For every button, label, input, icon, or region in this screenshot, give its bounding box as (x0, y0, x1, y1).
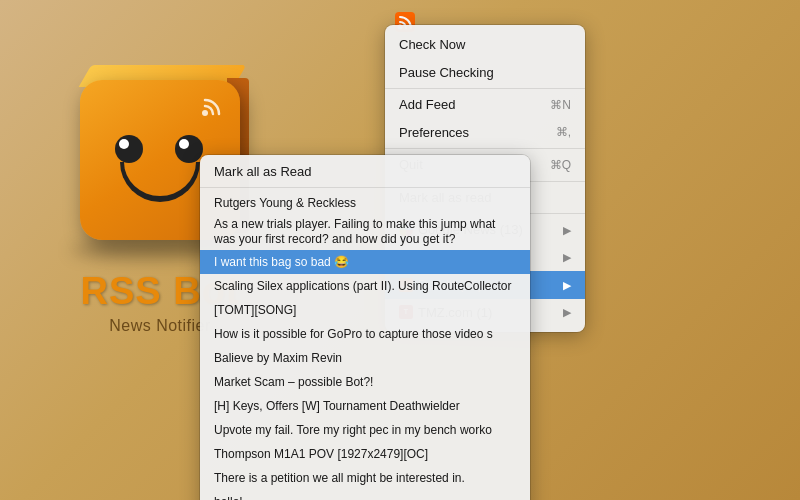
submenu-item-7[interactable]: Market Scam – possible Bot?! (200, 370, 530, 394)
menu-shortcut-quit: ⌘Q (550, 156, 571, 174)
submenu-mark-all[interactable]: Mark all as Read (200, 159, 530, 188)
cube-eye-right (175, 135, 203, 163)
menu-item-preferences[interactable]: Preferences ⌘, (385, 119, 585, 147)
menu-section-2: Add Feed ⌘N Preferences ⌘, (385, 89, 585, 149)
tmz-arrow: ▶ (563, 304, 571, 321)
cube-rss-signal (198, 92, 226, 124)
menu-item-add-feed[interactable]: Add Feed ⌘N (385, 91, 585, 119)
yahoo-sports-arrow: ▶ (563, 249, 571, 266)
submenu-item-6[interactable]: Balieve by Maxim Revin (200, 346, 530, 370)
menu-label-preferences: Preferences (399, 123, 469, 143)
submenu-item-0[interactable]: Rutgers Young & Reckless (200, 191, 530, 215)
svg-point-0 (202, 110, 208, 116)
cube-eye-left (115, 135, 143, 163)
menu-label-check-now: Check Now (399, 35, 465, 55)
submenu-item-1[interactable]: As a new trials player. Failing to make … (200, 215, 530, 250)
menu-shortcut-add-feed: ⌘N (550, 96, 571, 114)
cube-smile (120, 162, 200, 202)
menu-item-check-now[interactable]: Check Now (385, 31, 585, 59)
submenu-item-2[interactable]: I want this bag so bad 😂 (200, 250, 530, 274)
submenu-item-8[interactable]: [H] Keys, Offers [W] Tournament Deathwie… (200, 394, 530, 418)
menu-section-1: Check Now Pause Checking (385, 29, 585, 89)
submenu-item-9[interactable]: Upvote my fail. Tore my right pec in my … (200, 418, 530, 442)
menu-shortcut-preferences: ⌘, (556, 123, 571, 141)
menu-label-add-feed: Add Feed (399, 95, 455, 115)
submenu-item-5[interactable]: How is it possible for GoPro to capture … (200, 322, 530, 346)
submenu-item-3[interactable]: Scaling Silex applications (part II). Us… (200, 274, 530, 298)
submenu-item-12[interactable]: hello! (200, 490, 530, 500)
submenu-item-10[interactable]: Thompson M1A1 POV [1927x2479][OC] (200, 442, 530, 466)
submenu-reddit: Mark all as Read Rutgers Young & Reckles… (200, 155, 530, 500)
menu-label-pause-checking: Pause Checking (399, 63, 494, 83)
submenu-item-11[interactable]: There is a petition we all might be inte… (200, 466, 530, 490)
google-news-arrow: ▶ (563, 222, 571, 239)
menu-item-pause-checking[interactable]: Pause Checking (385, 59, 585, 87)
submenu-item-4[interactable]: [TOMT][SONG] (200, 298, 530, 322)
reddit-arrow: ▶ (563, 277, 571, 294)
app-subtitle: News Notifier (109, 317, 211, 335)
